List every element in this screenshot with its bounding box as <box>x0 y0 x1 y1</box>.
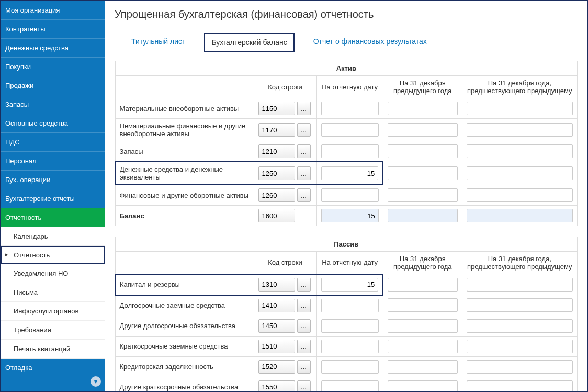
code-input[interactable] <box>258 340 295 353</box>
sidebar-item-accounting-reports[interactable]: Бухгалтерские отчеты <box>1 189 105 208</box>
row-code-cell: ... <box>254 356 316 377</box>
subitem-infoservices[interactable]: Инфоуслуги органов <box>1 302 105 321</box>
page-title: Упрощенная бухгалтерская (финансовая) от… <box>115 8 578 20</box>
value-input[interactable] <box>467 278 573 292</box>
code-input[interactable] <box>258 209 295 222</box>
code-input[interactable] <box>258 319 295 333</box>
tab-financial-results[interactable]: Отчет о финансовых результатах <box>307 33 433 52</box>
table-row: Финансовые и другие оборотные активы... <box>115 185 578 206</box>
value-input[interactable] <box>388 319 458 333</box>
code-picker-button[interactable]: ... <box>297 380 311 391</box>
code-input[interactable] <box>258 144 295 158</box>
sidebar-item-sales[interactable]: Продажи <box>1 76 105 95</box>
value-input[interactable] <box>321 360 379 374</box>
subitem-print-receipts[interactable]: Печать квитанций <box>1 340 105 359</box>
value-input[interactable] <box>321 144 379 158</box>
row-code-cell: ... <box>254 295 316 316</box>
sidebar-item-reporting[interactable]: Отчетность <box>1 208 105 227</box>
col-name-header <box>115 252 254 274</box>
value-input[interactable] <box>321 319 379 333</box>
code-picker-button[interactable]: ... <box>297 102 311 115</box>
value-input[interactable] <box>321 278 379 292</box>
value-input[interactable] <box>388 360 458 374</box>
value-input[interactable] <box>388 278 457 292</box>
code-input[interactable] <box>258 278 295 292</box>
col-prev2-header: На 31 декабря года, предшествующего пред… <box>462 252 577 274</box>
value-input[interactable] <box>321 380 379 391</box>
value-input[interactable] <box>388 144 458 158</box>
row-name: Нематериальные финансовые и другие внеоб… <box>115 119 254 141</box>
code-input[interactable] <box>258 188 295 202</box>
table-row: Другие долгосрочные обязательства... <box>115 316 578 336</box>
code-input[interactable] <box>258 299 295 312</box>
subitem-requirements[interactable]: Требования <box>1 321 105 340</box>
col-date-header: На отчетную дату <box>316 76 383 98</box>
table-row: Краткосрочные заемные средства... <box>115 336 578 356</box>
code-picker-button[interactable]: ... <box>297 166 311 180</box>
value-cell <box>462 336 577 356</box>
tab-balance[interactable]: Бухгалтерский баланс <box>204 33 294 52</box>
value-input[interactable] <box>321 166 379 180</box>
code-input[interactable] <box>258 380 295 391</box>
code-picker-button[interactable]: ... <box>297 340 311 353</box>
sidebar: Моя организация Контрагенты Денежные сре… <box>1 1 105 391</box>
sidebar-item-fixed-assets[interactable]: Основные средства <box>1 114 105 133</box>
value-input[interactable] <box>388 123 458 137</box>
value-input[interactable] <box>388 188 458 202</box>
code-picker-button[interactable]: ... <box>297 360 311 374</box>
value-input[interactable] <box>388 102 458 115</box>
code-input[interactable] <box>258 102 295 115</box>
subitem-notifications[interactable]: Уведомления НО <box>1 264 105 283</box>
code-picker-button[interactable]: ... <box>297 144 311 158</box>
code-picker-button[interactable]: ... <box>297 278 311 292</box>
row-name: Баланс <box>115 206 254 226</box>
value-input[interactable] <box>321 102 379 115</box>
value-input[interactable] <box>467 380 573 391</box>
subitem-reporting[interactable]: Отчетность <box>1 246 105 264</box>
sidebar-item-org[interactable]: Моя организация <box>1 1 105 20</box>
value-input[interactable] <box>321 299 379 312</box>
value-input[interactable] <box>467 340 573 353</box>
value-input[interactable] <box>467 144 573 158</box>
value-input[interactable] <box>467 188 573 202</box>
value-input[interactable] <box>467 166 573 180</box>
row-code-cell: ... <box>254 141 316 162</box>
sidebar-item-vat[interactable]: НДС <box>1 133 105 152</box>
value-cell <box>383 98 462 119</box>
code-picker-button[interactable]: ... <box>297 319 311 333</box>
sidebar-item-inventory[interactable]: Запасы <box>1 95 105 114</box>
code-input[interactable] <box>258 360 295 374</box>
scroll-down-icon[interactable]: ▾ <box>91 376 101 387</box>
tab-title-sheet[interactable]: Титульный лист <box>125 33 191 52</box>
value-input[interactable] <box>467 298 573 312</box>
sidebar-item-accounting-ops[interactable]: Бух. операции <box>1 171 105 189</box>
value-cell <box>383 295 462 316</box>
sidebar-item-counterparties[interactable]: Контрагенты <box>1 20 105 39</box>
code-input[interactable] <box>258 166 295 180</box>
value-cell <box>462 274 577 295</box>
value-input[interactable] <box>467 319 573 333</box>
value-input[interactable] <box>467 123 573 137</box>
code-input[interactable] <box>258 123 295 137</box>
subitem-calendar[interactable]: Календарь <box>1 227 105 246</box>
sidebar-item-debug[interactable]: Отладка <box>1 359 105 377</box>
code-picker-button[interactable]: ... <box>297 299 311 312</box>
value-input[interactable] <box>321 188 379 202</box>
sidebar-item-purchases[interactable]: Покупки <box>1 58 105 76</box>
value-input[interactable] <box>321 123 379 137</box>
code-picker-button[interactable]: ... <box>297 123 311 137</box>
sidebar-item-personnel[interactable]: Персонал <box>1 152 105 171</box>
value-input[interactable] <box>388 380 458 391</box>
sidebar-item-cash[interactable]: Денежные средства <box>1 39 105 58</box>
value-input[interactable] <box>321 340 379 353</box>
value-input[interactable] <box>388 166 457 180</box>
value-input[interactable] <box>388 298 458 312</box>
value-input[interactable] <box>467 102 573 115</box>
value-cell <box>316 336 383 356</box>
sidebar-subitems: Календарь Отчетность Уведомления НО Пись… <box>1 227 105 359</box>
value-cell <box>316 185 383 206</box>
value-input[interactable] <box>467 360 573 374</box>
code-picker-button[interactable]: ... <box>297 188 311 202</box>
value-input[interactable] <box>388 340 458 353</box>
subitem-letters[interactable]: Письма <box>1 283 105 302</box>
